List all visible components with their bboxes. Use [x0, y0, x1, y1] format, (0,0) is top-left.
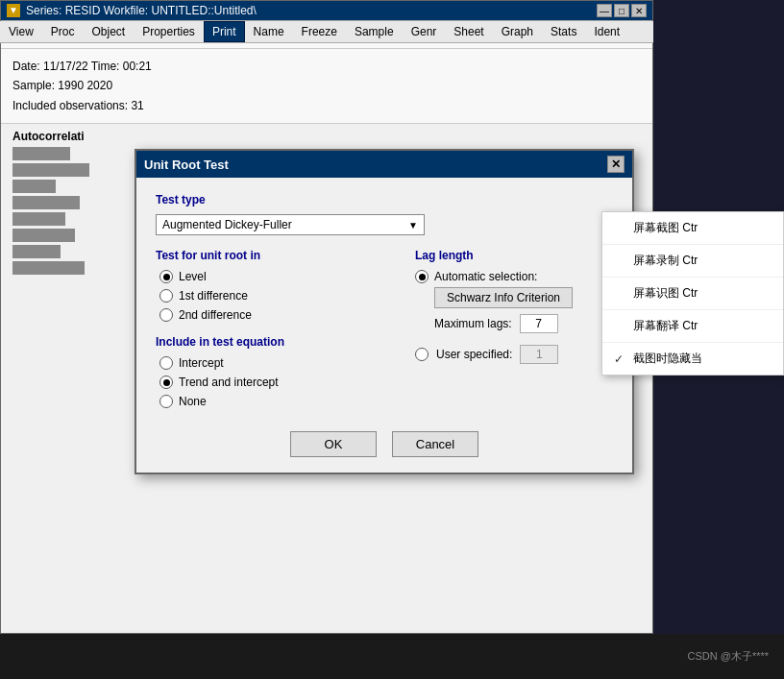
- context-menu-hide[interactable]: ✓ 截图时隐藏当: [602, 343, 783, 375]
- close-button[interactable]: ✕: [631, 4, 647, 17]
- context-screenshot-label: 屏幕截图 Ctr: [633, 220, 698, 236]
- radio-intercept-label: Intercept: [179, 356, 224, 370]
- lag-length-label: Lag length: [415, 249, 613, 262]
- sample-line: Sample: 1990 2020: [12, 76, 641, 95]
- title-bar: ▼ Series: RESID Workfile: UNTITLED::Unti…: [1, 1, 652, 20]
- radio-trend-intercept-label: Trend and intercept: [179, 376, 279, 389]
- radio-second-diff-label: 2nd difference: [179, 308, 252, 322]
- bottom-bar: CSDN @木子****: [0, 634, 784, 679]
- menu-properties[interactable]: Properties: [134, 21, 204, 42]
- observations-line: Included observations: 31: [12, 96, 641, 115]
- radio-intercept[interactable]: Intercept: [159, 356, 386, 370]
- radio-first-diff-btn[interactable]: [159, 289, 173, 303]
- autocorr-bar: [12, 212, 65, 226]
- date-time-line: Date: 11/17/22 Time: 00:21: [12, 57, 641, 76]
- context-menu-translate[interactable]: 屏幕翻译 Ctr: [602, 310, 783, 343]
- context-menu-screenshot[interactable]: 屏幕截图 Ctr: [602, 212, 783, 245]
- autocorr-bar: [12, 245, 61, 258]
- watermark-text: CSDN @木子****: [687, 649, 769, 664]
- menu-graph[interactable]: Graph: [493, 21, 542, 42]
- app-icon: ▼: [7, 4, 20, 17]
- context-menu-identify[interactable]: 屏幕识图 Ctr: [602, 278, 783, 310]
- ok-button[interactable]: OK: [290, 431, 377, 457]
- max-lags-label: Maximum lags:: [434, 317, 512, 330]
- app-title: Series: RESID Workfile: UNTITLED::Untitl…: [26, 4, 257, 17]
- user-specified-label: User specified:: [436, 348, 512, 361]
- user-specified-row: User specified:: [415, 345, 613, 364]
- menu-stats[interactable]: Stats: [542, 21, 585, 42]
- menu-genr[interactable]: Genr: [403, 21, 446, 42]
- dropdown-arrow-icon: ▼: [408, 220, 418, 230]
- autocorr-bar: [12, 229, 75, 242]
- schwarz-criterion-button[interactable]: Schwarz Info Criterion: [434, 287, 573, 308]
- context-translate-label: 屏幕翻译 Ctr: [633, 318, 698, 334]
- context-identify-label: 屏幕识图 Ctr: [633, 285, 698, 302]
- context-hide-label: 截图时隐藏当: [633, 351, 702, 367]
- radio-user-specified-btn[interactable]: [415, 348, 429, 361]
- dialog-right-column: Lag length Automatic selection: Schwarz …: [415, 249, 613, 408]
- maximize-button[interactable]: □: [614, 4, 629, 17]
- test-type-dropdown[interactable]: Augmented Dickey-Fuller ▼: [156, 214, 425, 235]
- unit-root-radio-group: Level 1st difference 2nd difference: [159, 270, 386, 322]
- unit-root-in-label: Test for unit root in: [156, 249, 386, 262]
- autocorr-bar: [12, 196, 80, 209]
- menu-sample[interactable]: Sample: [346, 21, 403, 42]
- menu-sheet[interactable]: Sheet: [445, 21, 492, 42]
- dialog-body: Test type Augmented Dickey-Fuller ▼ Test…: [136, 178, 632, 422]
- dialog-title: Unit Root Test: [144, 158, 229, 172]
- dialog-columns: Test for unit root in Level 1st differen…: [156, 249, 613, 408]
- radio-none-label: None: [179, 395, 207, 408]
- context-menu: 屏幕截图 Ctr 屏幕录制 Ctr 屏幕识图 Ctr 屏幕翻译 Ctr ✓ 截图…: [601, 211, 784, 376]
- automatic-selection-group: Automatic selection: Schwarz Info Criter…: [415, 270, 613, 333]
- test-type-label: Test type: [156, 193, 613, 206]
- include-equation-radio-group: Intercept Trend and intercept None: [159, 356, 386, 408]
- dialog-footer: OK Cancel: [136, 422, 632, 473]
- menu-freeze[interactable]: Freeze: [293, 21, 346, 42]
- menu-name[interactable]: Name: [245, 21, 293, 42]
- radio-second-diff[interactable]: 2nd difference: [159, 308, 386, 322]
- title-bar-controls: — □ ✕: [597, 4, 647, 17]
- autocorr-bar: [12, 180, 56, 193]
- dialog-close-button[interactable]: ✕: [607, 156, 625, 173]
- check-icon-hide: ✓: [614, 352, 627, 366]
- radio-none[interactable]: None: [159, 395, 386, 408]
- max-lags-input[interactable]: [520, 314, 558, 333]
- menu-ident[interactable]: Ident: [585, 21, 628, 42]
- cancel-button[interactable]: Cancel: [392, 431, 478, 457]
- unit-root-dialog: Unit Root Test ✕ Test type Augmented Dic…: [135, 149, 634, 474]
- radio-intercept-btn[interactable]: [159, 356, 173, 370]
- test-type-section: Test type Augmented Dickey-Fuller ▼: [156, 193, 613, 235]
- radio-none-btn[interactable]: [159, 395, 173, 408]
- user-specified-input[interactable]: [520, 345, 558, 364]
- dialog-title-bar: Unit Root Test ✕: [136, 151, 632, 178]
- include-equation-section: Include in test equation Intercept Trend…: [156, 335, 386, 408]
- radio-automatic-btn[interactable]: [415, 270, 429, 283]
- test-type-value: Augmented Dickey-Fuller: [162, 218, 292, 231]
- include-equation-label: Include in test equation: [156, 335, 386, 349]
- max-lags-row: Maximum lags:: [434, 314, 613, 333]
- autocorr-bar: [12, 163, 89, 177]
- menu-print[interactable]: Print: [204, 21, 245, 42]
- menu-view[interactable]: View: [0, 21, 42, 42]
- radio-level[interactable]: Level: [159, 270, 386, 283]
- menu-object[interactable]: Object: [83, 21, 134, 42]
- radio-first-diff-label: 1st difference: [179, 289, 248, 303]
- autocorr-header: Autocorrelati: [12, 130, 641, 143]
- menu-bar-items: View Proc Object Properties Print Name F…: [0, 21, 653, 43]
- radio-level-label: Level: [179, 270, 207, 283]
- title-bar-left: ▼ Series: RESID Workfile: UNTITLED::Unti…: [7, 4, 257, 17]
- menu-proc[interactable]: Proc: [42, 21, 84, 42]
- radio-second-diff-btn[interactable]: [159, 308, 173, 322]
- autocorr-bar: [12, 261, 85, 275]
- minimize-button[interactable]: —: [597, 4, 612, 17]
- unit-root-in-section: Test for unit root in Level 1st differen…: [156, 249, 386, 322]
- radio-automatic[interactable]: Automatic selection:: [415, 270, 613, 283]
- radio-first-diff[interactable]: 1st difference: [159, 289, 386, 303]
- radio-automatic-label: Automatic selection:: [434, 270, 537, 283]
- radio-trend-intercept[interactable]: Trend and intercept: [159, 376, 386, 389]
- autocorr-bar: [12, 147, 70, 160]
- context-record-label: 屏幕录制 Ctr: [633, 253, 698, 269]
- context-menu-record[interactable]: 屏幕录制 Ctr: [602, 245, 783, 278]
- radio-level-btn[interactable]: [159, 270, 173, 283]
- radio-trend-intercept-btn[interactable]: [159, 376, 173, 389]
